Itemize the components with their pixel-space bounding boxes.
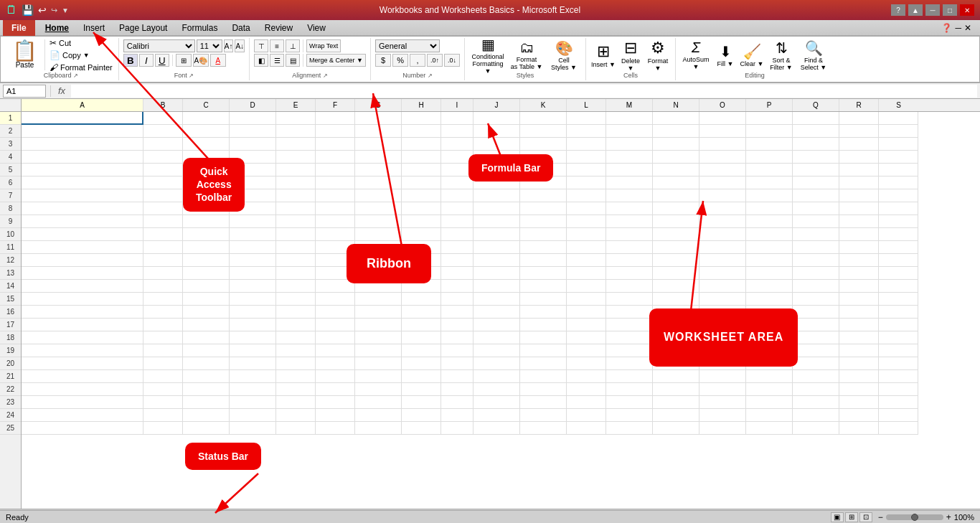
cell-Q5[interactable] bbox=[793, 164, 839, 176]
cell-C22[interactable] bbox=[183, 383, 230, 396]
cell-H15[interactable] bbox=[402, 293, 441, 306]
cell-P4[interactable] bbox=[746, 151, 793, 164]
col-header-j[interactable]: J bbox=[473, 99, 520, 111]
cell-P21[interactable] bbox=[746, 370, 793, 383]
cell-S1[interactable] bbox=[879, 112, 918, 125]
cell-L16[interactable] bbox=[567, 306, 606, 319]
cell-G24[interactable] bbox=[355, 409, 402, 422]
italic-button[interactable]: I bbox=[139, 54, 154, 67]
cell-D16[interactable] bbox=[230, 306, 276, 319]
cell-L5[interactable] bbox=[567, 164, 606, 176]
cell-C21[interactable] bbox=[183, 370, 230, 383]
cell-H9[interactable] bbox=[402, 215, 441, 228]
cell-G19[interactable] bbox=[355, 344, 402, 357]
fill-color-button[interactable]: A🎨 bbox=[193, 54, 209, 67]
col-header-a[interactable]: A bbox=[22, 99, 143, 111]
cell-L6[interactable] bbox=[567, 176, 606, 189]
cell-A25[interactable] bbox=[22, 422, 143, 435]
cell-R24[interactable] bbox=[839, 409, 879, 422]
review-menu[interactable]: Review bbox=[258, 20, 300, 36]
minimize-btn[interactable]: ─ bbox=[925, 4, 940, 16]
cell-S9[interactable] bbox=[879, 215, 918, 228]
cell-G22[interactable] bbox=[355, 383, 402, 396]
cell-E13[interactable] bbox=[276, 267, 316, 280]
cell-A12[interactable] bbox=[22, 254, 143, 267]
cell-Q15[interactable] bbox=[793, 293, 839, 306]
cell-H3[interactable] bbox=[402, 138, 441, 151]
cell-D25[interactable] bbox=[230, 422, 276, 435]
row-header-7[interactable]: 7 bbox=[0, 189, 21, 202]
cell-E19[interactable] bbox=[276, 344, 316, 357]
format-cells-button[interactable]: ⚙ Format ▼ bbox=[645, 38, 671, 72]
merge-center-button[interactable]: Merge & Center ▼ bbox=[306, 54, 366, 67]
cell-R9[interactable] bbox=[839, 215, 879, 228]
cell-J1[interactable] bbox=[473, 112, 520, 125]
cell-O22[interactable] bbox=[699, 383, 746, 396]
cell-F24[interactable] bbox=[316, 409, 355, 422]
cell-I20[interactable] bbox=[441, 357, 473, 370]
cell-P22[interactable] bbox=[746, 383, 793, 396]
cell-F1[interactable] bbox=[316, 112, 355, 125]
col-header-c[interactable]: C bbox=[183, 99, 230, 111]
cell-C11[interactable] bbox=[183, 241, 230, 254]
cell-S6[interactable] bbox=[879, 176, 918, 189]
cell-I18[interactable] bbox=[441, 331, 473, 344]
align-center-button[interactable]: ☰ bbox=[270, 54, 284, 67]
cell-J11[interactable] bbox=[473, 241, 520, 254]
cell-Q6[interactable] bbox=[793, 176, 839, 189]
font-size-select[interactable]: 11 bbox=[197, 39, 222, 52]
cell-D23[interactable] bbox=[230, 396, 276, 409]
cell-R20[interactable] bbox=[839, 357, 879, 370]
cell-F2[interactable] bbox=[316, 125, 355, 138]
cell-E8[interactable] bbox=[276, 202, 316, 215]
cell-G1[interactable] bbox=[355, 112, 402, 125]
cell-O3[interactable] bbox=[699, 138, 746, 151]
cell-A8[interactable] bbox=[22, 202, 143, 215]
cell-A9[interactable] bbox=[22, 215, 143, 228]
cell-A23[interactable] bbox=[22, 396, 143, 409]
cell-P15[interactable] bbox=[746, 293, 793, 306]
cell-I21[interactable] bbox=[441, 370, 473, 383]
cell-A16[interactable] bbox=[22, 306, 143, 319]
cell-D18[interactable] bbox=[230, 331, 276, 344]
align-left-button[interactable]: ◧ bbox=[254, 54, 268, 67]
wrap-text-button[interactable]: Wrap Text bbox=[306, 39, 341, 52]
row-header-15[interactable]: 15 bbox=[0, 293, 21, 306]
cell-B18[interactable] bbox=[143, 331, 183, 344]
cell-C14[interactable] bbox=[183, 280, 230, 293]
cell-N24[interactable] bbox=[653, 409, 699, 422]
view-menu[interactable]: View bbox=[300, 20, 333, 36]
cell-E22[interactable] bbox=[276, 383, 316, 396]
col-header-f[interactable]: F bbox=[316, 99, 355, 111]
cell-N7[interactable] bbox=[653, 189, 699, 202]
cell-K7[interactable] bbox=[520, 189, 567, 202]
cell-G5[interactable] bbox=[355, 164, 402, 176]
cell-F6[interactable] bbox=[316, 176, 355, 189]
cell-H20[interactable] bbox=[402, 357, 441, 370]
cell-M2[interactable] bbox=[606, 125, 653, 138]
cell-H18[interactable] bbox=[402, 331, 441, 344]
delete-cells-button[interactable]: ⊟ Delete ▼ bbox=[618, 38, 644, 72]
cell-M7[interactable] bbox=[606, 189, 653, 202]
cell-K19[interactable] bbox=[520, 344, 567, 357]
help-icon[interactable]: ❓ bbox=[941, 23, 952, 33]
cell-M18[interactable] bbox=[606, 331, 653, 344]
cell-P14[interactable] bbox=[746, 280, 793, 293]
cell-I17[interactable] bbox=[441, 319, 473, 331]
cell-K14[interactable] bbox=[520, 280, 567, 293]
redo-icon[interactable]: ↪ bbox=[51, 6, 57, 15]
cell-L1[interactable] bbox=[567, 112, 606, 125]
cell-O6[interactable] bbox=[699, 176, 746, 189]
cell-N25[interactable] bbox=[653, 422, 699, 435]
cell-A2[interactable] bbox=[22, 125, 143, 138]
cell-A21[interactable] bbox=[22, 370, 143, 383]
cell-G17[interactable] bbox=[355, 319, 402, 331]
row-header-17[interactable]: 17 bbox=[0, 319, 21, 331]
cell-K21[interactable] bbox=[520, 370, 567, 383]
cell-J24[interactable] bbox=[473, 409, 520, 422]
cell-B25[interactable] bbox=[143, 422, 183, 435]
cell-A11[interactable] bbox=[22, 241, 143, 254]
cell-A15[interactable] bbox=[22, 293, 143, 306]
cell-J7[interactable] bbox=[473, 189, 520, 202]
cell-L15[interactable] bbox=[567, 293, 606, 306]
